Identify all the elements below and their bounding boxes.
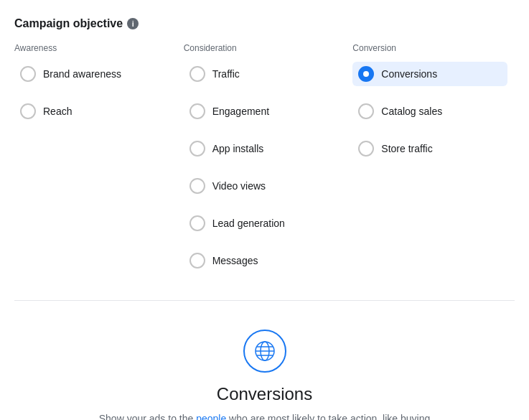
app-installs-label: App installs: [212, 143, 264, 154]
description-start: Show your ads to the: [99, 413, 196, 420]
traffic-label: Traffic: [212, 68, 240, 80]
lead-generation-radio[interactable]: [189, 215, 205, 231]
engagement-radio[interactable]: [189, 103, 205, 119]
store-traffic-label: Store traffic: [381, 143, 432, 154]
title-text: Campaign objective: [14, 17, 123, 30]
reach-label: Reach: [43, 106, 72, 117]
brand-awareness-option[interactable]: Brand awareness: [14, 62, 169, 86]
store-traffic-option[interactable]: Store traffic: [352, 136, 507, 161]
reach-option[interactable]: Reach: [14, 99, 169, 123]
messages-radio[interactable]: [189, 253, 205, 269]
conversions-option[interactable]: Conversions: [352, 62, 507, 86]
video-views-option[interactable]: Video views: [184, 174, 339, 198]
app-installs-option[interactable]: App installs: [184, 136, 339, 161]
messages-label: Messages: [212, 255, 258, 266]
consideration-header: Consideration: [184, 43, 339, 53]
app-installs-radio[interactable]: [189, 141, 205, 157]
info-icon[interactable]: i: [127, 18, 139, 29]
globe-icon-container: [243, 330, 286, 373]
lead-generation-option[interactable]: Lead generation: [184, 211, 339, 235]
video-views-radio[interactable]: [189, 178, 205, 194]
conversions-radio[interactable]: [358, 66, 374, 82]
globe-icon: [253, 340, 276, 363]
brand-awareness-radio[interactable]: [20, 66, 36, 82]
awareness-column: Awareness Brand awareness Reach: [14, 43, 177, 286]
conversions-label: Conversions: [381, 68, 437, 80]
section-title: Campaign objective i: [14, 17, 515, 30]
selected-objective-info: Conversions Show your ads to the people …: [14, 315, 515, 420]
lead-generation-label: Lead generation: [212, 218, 285, 229]
video-views-label: Video views: [212, 180, 266, 192]
selected-title: Conversions: [217, 384, 312, 404]
store-traffic-radio[interactable]: [358, 141, 374, 157]
campaign-objective-section: Campaign objective i Awareness Brand awa…: [14, 17, 515, 420]
conversion-column: Conversion Conversions Catalog sales Sto…: [345, 43, 515, 286]
objective-columns: Awareness Brand awareness Reach Consider…: [14, 43, 515, 286]
divider: [14, 300, 515, 301]
traffic-radio[interactable]: [189, 66, 205, 82]
catalog-sales-option[interactable]: Catalog sales: [352, 99, 507, 123]
catalog-sales-radio[interactable]: [358, 103, 374, 119]
consideration-column: Consideration Traffic Engagement App ins…: [177, 43, 346, 286]
catalog-sales-label: Catalog sales: [381, 106, 442, 117]
awareness-header: Awareness: [14, 43, 169, 53]
people-link[interactable]: people: [196, 413, 226, 420]
engagement-label: Engagement: [212, 106, 269, 117]
engagement-option[interactable]: Engagement: [184, 99, 339, 123]
selected-description: Show your ads to the people who are most…: [93, 411, 437, 420]
conversion-header: Conversion: [352, 43, 507, 53]
reach-radio[interactable]: [20, 103, 36, 119]
messages-option[interactable]: Messages: [184, 248, 339, 273]
traffic-option[interactable]: Traffic: [184, 62, 339, 86]
brand-awareness-label: Brand awareness: [43, 68, 121, 80]
